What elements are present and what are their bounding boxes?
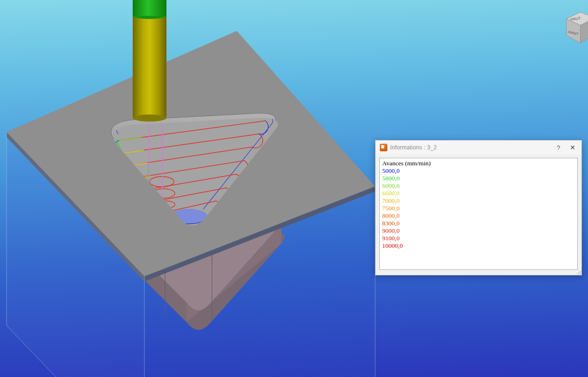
application-window: HAUT AVANT Informations : 3_2 ? ✕ Avance… — [0, 0, 588, 377]
info-panel: Avances (mm/min) 5000,0 5800,0 6000,0 66… — [379, 158, 578, 270]
feed-value: 7000,0 — [382, 197, 575, 205]
feed-list-header: Avances (mm/min) — [382, 160, 575, 167]
dialog-icon — [380, 144, 387, 151]
feed-value: 10000,0 — [382, 242, 575, 250]
view-cube[interactable]: HAUT AVANT — [566, 12, 588, 43]
close-button[interactable]: ✕ — [565, 141, 580, 154]
feed-value: 9000,0 — [382, 227, 575, 235]
feed-value: 5800,0 — [382, 175, 575, 182]
feed-value: 5000,0 — [382, 167, 575, 175]
feed-value: 7500,0 — [382, 205, 575, 212]
feed-value: 6600,0 — [382, 190, 575, 197]
feed-value: 9100,0 — [382, 235, 575, 242]
dialog-title: Informations : 3_2 — [390, 144, 551, 151]
milling-tool — [133, 0, 166, 122]
resize-grip[interactable] — [576, 269, 581, 274]
feed-value: 6000,0 — [382, 182, 575, 190]
informations-dialog: Informations : 3_2 ? ✕ Avances (mm/min) … — [375, 140, 582, 275]
help-button[interactable]: ? — [551, 141, 565, 154]
dialog-titlebar[interactable]: Informations : 3_2 ? ✕ — [376, 140, 581, 155]
feed-value: 8300,0 — [382, 220, 575, 227]
feed-value: 8000,0 — [382, 212, 575, 220]
